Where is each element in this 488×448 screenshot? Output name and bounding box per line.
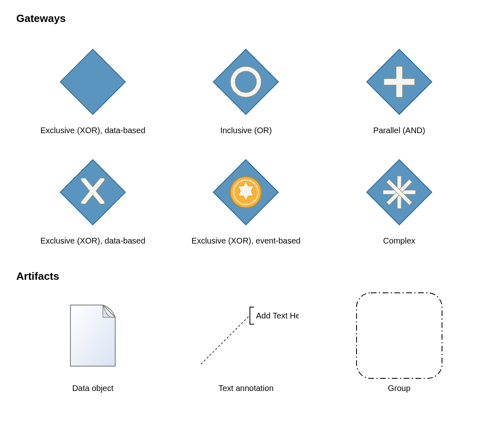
svg-line-12 <box>201 315 250 364</box>
gateway-cell: Exclusive (XOR), data-based <box>16 152 169 246</box>
artifact-label: Data object <box>72 384 114 393</box>
gateways-row-2: Exclusive (XOR), data-based Exclusive (X… <box>16 152 476 246</box>
artifact-label: Group <box>388 384 411 393</box>
artifact-cell: Add Text Here Text annotation <box>169 291 322 393</box>
artifact-text-annotation-icon: Add Text Here <box>193 291 299 380</box>
artifact-label: Text annotation <box>219 384 274 393</box>
gateways-heading: Gateways <box>16 12 476 25</box>
artifact-cell: Data object <box>16 291 169 393</box>
artifact-cell: Group <box>323 291 476 393</box>
gateway-label: Complex <box>383 236 415 246</box>
artifact-group-icon <box>352 291 446 380</box>
gateway-exclusive-xor-event-icon <box>211 152 280 233</box>
gateway-cell: Parallel (AND) <box>323 41 476 135</box>
gateways-row-1: Exclusive (XOR), data-based Inclusive (O… <box>16 41 476 135</box>
gateway-exclusive-xor-plain-icon <box>58 41 127 123</box>
svg-rect-13 <box>357 293 442 378</box>
artifact-data-object-icon <box>66 291 119 380</box>
gateway-label: Inclusive (OR) <box>220 126 272 135</box>
artifacts-row: Data object Add Text Here Text annotatio… <box>16 291 476 393</box>
svg-marker-0 <box>60 49 125 114</box>
annotation-text: Add Text Here <box>256 311 299 320</box>
gateway-cell: Inclusive (OR) <box>169 41 322 135</box>
gateway-cell: Exclusive (XOR), event-based <box>169 152 322 246</box>
gateway-complex-icon <box>365 152 434 233</box>
artifacts-heading: Artifacts <box>16 270 476 283</box>
gateway-cell: Complex <box>323 152 476 246</box>
gateway-label: Exclusive (XOR), event-based <box>192 236 301 246</box>
gateway-label: Exclusive (XOR), data-based <box>40 236 145 246</box>
gateway-inclusive-or-icon <box>211 41 280 123</box>
gateway-label: Exclusive (XOR), data-based <box>40 126 145 135</box>
gateway-exclusive-xor-x-icon <box>58 152 127 233</box>
svg-marker-1 <box>213 49 278 114</box>
gateway-cell: Exclusive (XOR), data-based <box>16 41 169 135</box>
gateway-parallel-and-icon <box>365 41 434 123</box>
gateway-label: Parallel (AND) <box>373 126 425 135</box>
